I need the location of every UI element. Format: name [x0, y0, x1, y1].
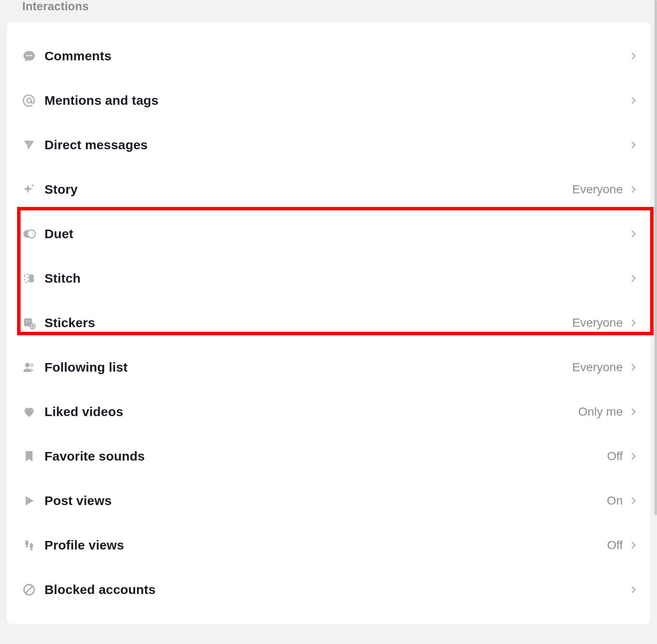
row-profile-views[interactable]: Profile views Off — [7, 523, 650, 567]
heart-icon — [21, 404, 37, 419]
svg-point-3 — [29, 233, 30, 235]
row-liked-videos[interactable]: Liked videos Only me — [7, 390, 650, 434]
chevron-right-icon — [629, 96, 638, 105]
footsteps-icon — [21, 538, 37, 553]
row-stitch[interactable]: Stitch — [7, 256, 650, 301]
paper-plane-icon — [21, 137, 37, 153]
chevron-right-icon — [629, 318, 638, 328]
chevron-right-icon — [629, 185, 638, 194]
row-label: Stickers — [44, 316, 572, 330]
row-value: Off — [607, 449, 623, 463]
row-label: Profile views — [44, 538, 607, 552]
row-post-views[interactable]: Post views On — [7, 479, 650, 523]
row-direct-messages[interactable]: Direct messages — [7, 123, 650, 167]
row-label: Direct messages — [44, 138, 623, 152]
chevron-right-icon — [629, 229, 638, 239]
bookmark-icon — [21, 449, 37, 464]
svg-line-18 — [26, 586, 33, 593]
row-value: Everyone — [572, 316, 623, 330]
svg-rect-14 — [26, 546, 28, 547]
scrollbar[interactable] — [654, 0, 657, 644]
row-label: Liked videos — [44, 405, 578, 419]
svg-point-9 — [26, 321, 27, 322]
chevron-right-icon — [629, 407, 638, 417]
at-icon — [21, 93, 37, 108]
chevron-right-icon — [629, 140, 638, 150]
svg-point-15 — [30, 543, 33, 549]
chevron-right-icon — [629, 496, 638, 505]
svg-point-11 — [25, 363, 30, 367]
row-label: Blocked accounts — [44, 582, 623, 597]
row-duet[interactable]: Duet — [7, 212, 650, 256]
row-value: Only me — [578, 405, 623, 419]
row-comments[interactable]: Comments — [7, 34, 650, 78]
row-blocked-accounts[interactable]: Blocked accounts — [7, 567, 650, 612]
chevron-right-icon — [629, 541, 638, 550]
comment-icon — [21, 48, 37, 64]
stitch-icon — [21, 271, 37, 286]
block-icon — [21, 582, 37, 597]
row-label: Story — [44, 182, 572, 197]
chevron-right-icon — [629, 452, 638, 461]
svg-rect-5 — [29, 275, 34, 283]
row-favorite-sounds[interactable]: Favorite sounds Off — [7, 434, 650, 479]
chevron-right-icon — [629, 51, 638, 61]
row-label: Following list — [44, 360, 572, 375]
play-icon — [21, 493, 37, 508]
stickers-icon — [21, 315, 37, 331]
row-label: Duet — [44, 227, 623, 241]
chevron-right-icon — [629, 363, 638, 372]
svg-point-13 — [25, 540, 29, 546]
row-label: Mentions and tags — [44, 93, 623, 108]
row-label: Favorite sounds — [44, 449, 607, 464]
row-label: Post views — [44, 493, 607, 508]
row-following-list[interactable]: Following list Everyone — [7, 345, 650, 390]
settings-panel: Comments Mentions and tags Direct messag… — [7, 22, 650, 624]
row-value: Everyone — [572, 360, 623, 374]
svg-point-12 — [30, 363, 34, 367]
row-value: Off — [607, 538, 623, 552]
row-value: On — [607, 494, 623, 508]
duet-icon — [21, 226, 37, 242]
svg-point-4 — [32, 233, 33, 235]
svg-rect-16 — [30, 549, 33, 550]
row-label: Stitch — [44, 271, 623, 286]
row-story[interactable]: Story Everyone — [7, 167, 650, 212]
row-value: Everyone — [572, 183, 623, 196]
people-icon — [21, 360, 37, 375]
row-label: Comments — [44, 49, 623, 63]
sparkle-icon — [21, 182, 37, 197]
svg-point-10 — [29, 321, 30, 322]
chevron-right-icon — [629, 585, 638, 594]
section-header: Interactions — [0, 0, 657, 22]
scrollbar-thumb[interactable] — [654, 0, 657, 515]
chevron-right-icon — [629, 274, 638, 283]
row-stickers[interactable]: Stickers Everyone — [7, 301, 650, 345]
row-mentions[interactable]: Mentions and tags — [7, 78, 650, 123]
